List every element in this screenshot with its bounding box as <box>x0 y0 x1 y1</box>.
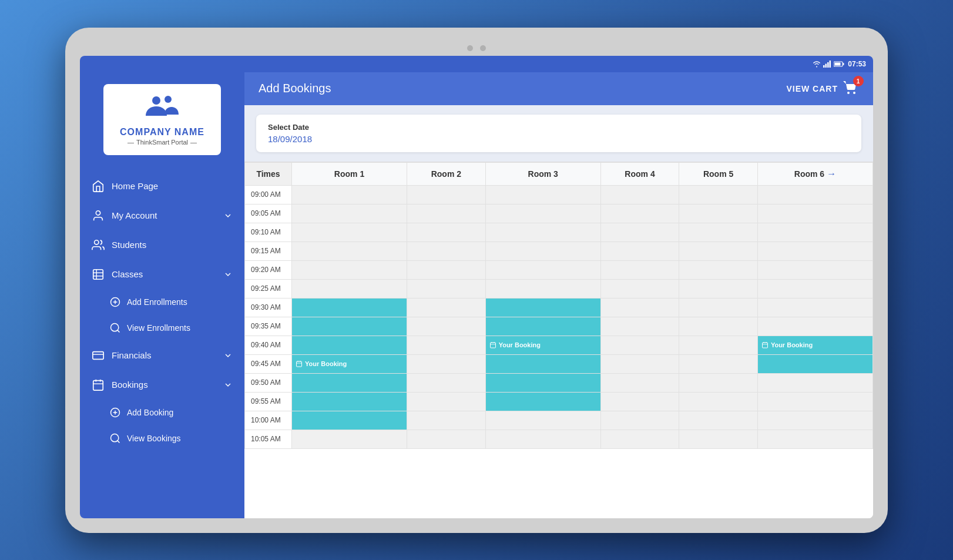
available-cell[interactable] <box>757 223 873 242</box>
booking-cell[interactable] <box>292 298 407 317</box>
available-cell[interactable] <box>600 204 679 223</box>
available-cell[interactable] <box>679 317 758 336</box>
available-cell[interactable] <box>679 279 758 298</box>
available-cell[interactable] <box>757 430 873 448</box>
available-cell[interactable] <box>292 279 407 298</box>
booking-cell[interactable] <box>485 373 600 392</box>
booking-cell[interactable] <box>292 373 407 392</box>
available-cell[interactable] <box>600 242 679 260</box>
available-cell[interactable] <box>757 185 873 204</box>
available-cell[interactable] <box>757 373 873 392</box>
booking-cell[interactable]: Your Booking <box>757 336 873 354</box>
available-cell[interactable] <box>292 242 407 260</box>
sidebar-item-bookings[interactable]: Bookings <box>80 370 244 400</box>
available-cell[interactable] <box>679 373 758 392</box>
sidebar-item-myaccount[interactable]: My Account <box>80 201 244 230</box>
available-cell[interactable] <box>757 411 873 430</box>
available-cell[interactable] <box>679 354 758 373</box>
available-cell[interactable] <box>485 260 600 279</box>
time-cell: 10:00 AM <box>245 411 292 430</box>
booking-cell[interactable]: Your Booking <box>485 336 600 354</box>
available-cell[interactable] <box>679 242 758 260</box>
booking-cell[interactable] <box>485 317 600 336</box>
available-cell[interactable] <box>757 204 873 223</box>
sidebar-item-view-bookings[interactable]: View Bookings <box>80 425 244 451</box>
available-cell[interactable] <box>600 354 679 373</box>
available-cell[interactable] <box>485 185 600 204</box>
sidebar-item-view-enrollments[interactable]: View Enrollments <box>80 315 244 341</box>
available-cell[interactable] <box>407 260 486 279</box>
booking-cell[interactable]: Your Booking <box>292 354 407 373</box>
booking-cell[interactable] <box>485 392 600 411</box>
available-cell[interactable] <box>600 279 679 298</box>
available-cell[interactable] <box>407 392 486 411</box>
available-cell[interactable] <box>292 185 407 204</box>
available-cell[interactable] <box>600 392 679 411</box>
available-cell[interactable] <box>407 373 486 392</box>
available-cell[interactable] <box>679 392 758 411</box>
available-cell[interactable] <box>292 223 407 242</box>
available-cell[interactable] <box>600 260 679 279</box>
available-cell[interactable] <box>757 392 873 411</box>
available-cell[interactable] <box>485 279 600 298</box>
sidebar-item-students[interactable]: Students <box>80 230 244 260</box>
available-cell[interactable] <box>407 223 486 242</box>
available-cell[interactable] <box>757 298 873 317</box>
booking-cell[interactable] <box>485 354 600 373</box>
available-cell[interactable] <box>292 260 407 279</box>
available-cell[interactable] <box>485 430 600 448</box>
sidebar-item-financials[interactable]: Financials <box>80 341 244 370</box>
sidebar-item-classes[interactable]: Classes <box>80 260 244 289</box>
available-cell[interactable] <box>485 411 600 430</box>
available-cell[interactable] <box>407 317 486 336</box>
available-cell[interactable] <box>600 430 679 448</box>
available-cell[interactable] <box>292 430 407 448</box>
available-cell[interactable] <box>679 185 758 204</box>
sidebar-item-add-booking[interactable]: Add Booking <box>80 400 244 425</box>
booking-cell[interactable] <box>292 392 407 411</box>
available-cell[interactable] <box>407 354 486 373</box>
available-cell[interactable] <box>485 223 600 242</box>
booking-cell[interactable] <box>757 354 873 373</box>
available-cell[interactable] <box>407 204 486 223</box>
available-cell[interactable] <box>407 336 486 354</box>
available-cell[interactable] <box>600 223 679 242</box>
available-cell[interactable] <box>600 185 679 204</box>
available-cell[interactable] <box>292 204 407 223</box>
available-cell[interactable] <box>679 430 758 448</box>
available-cell[interactable] <box>600 298 679 317</box>
available-cell[interactable] <box>600 317 679 336</box>
available-cell[interactable] <box>679 223 758 242</box>
available-cell[interactable] <box>407 242 486 260</box>
sidebar-item-add-enrollments[interactable]: Add Enrollments <box>80 289 244 315</box>
available-cell[interactable] <box>757 260 873 279</box>
grid-container[interactable]: Times Room 1 Room 2 Room 3 Room 4 Room 5… <box>244 162 873 518</box>
available-cell[interactable] <box>407 279 486 298</box>
available-cell[interactable] <box>757 317 873 336</box>
available-cell[interactable] <box>679 204 758 223</box>
booking-cell[interactable] <box>485 298 600 317</box>
available-cell[interactable] <box>485 204 600 223</box>
available-cell[interactable] <box>757 279 873 298</box>
date-value[interactable]: 18/09/2018 <box>268 134 850 144</box>
available-cell[interactable] <box>679 260 758 279</box>
available-cell[interactable] <box>485 242 600 260</box>
booking-cell[interactable] <box>292 336 407 354</box>
available-cell[interactable] <box>407 430 486 448</box>
available-cell[interactable] <box>600 336 679 354</box>
sidebar-item-home[interactable]: Home Page <box>80 172 244 201</box>
booking-cell[interactable] <box>292 411 407 430</box>
available-cell[interactable] <box>679 411 758 430</box>
nav-item-left-home: Home Page <box>92 180 158 193</box>
available-cell[interactable] <box>679 336 758 354</box>
view-cart-button[interactable]: VIEW CART 1 <box>786 81 859 96</box>
date-box[interactable]: Select Date 18/09/2018 <box>256 115 861 152</box>
available-cell[interactable] <box>407 298 486 317</box>
available-cell[interactable] <box>407 411 486 430</box>
available-cell[interactable] <box>600 373 679 392</box>
available-cell[interactable] <box>757 242 873 260</box>
booking-cell[interactable] <box>292 317 407 336</box>
available-cell[interactable] <box>600 411 679 430</box>
available-cell[interactable] <box>679 298 758 317</box>
available-cell[interactable] <box>407 185 486 204</box>
